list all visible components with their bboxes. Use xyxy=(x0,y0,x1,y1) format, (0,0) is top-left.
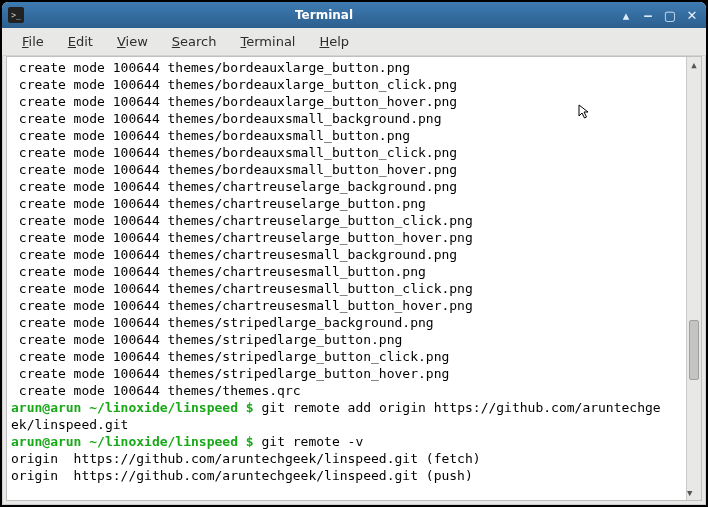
rollup-button[interactable]: ▴ xyxy=(618,7,634,23)
maximize-button[interactable]: ▢ xyxy=(662,7,678,23)
terminal-content[interactable]: create mode 100644 themes/bordeauxlarge_… xyxy=(7,57,686,500)
scrollbar[interactable]: ▲ ▼ xyxy=(686,57,701,500)
titlebar: >_ Terminal ▴ ‒ ▢ ✕ xyxy=(2,2,706,28)
window-title: Terminal xyxy=(30,8,618,22)
menu-file[interactable]: File xyxy=(12,31,54,52)
menu-search[interactable]: Search xyxy=(162,31,227,52)
menu-view[interactable]: View xyxy=(107,31,158,52)
menu-help[interactable]: Help xyxy=(309,31,359,52)
scroll-thumb[interactable] xyxy=(689,320,699,380)
menu-edit[interactable]: Edit xyxy=(58,31,103,52)
minimize-button[interactable]: ‒ xyxy=(640,7,656,23)
terminal-window: >_ Terminal ▴ ‒ ▢ ✕ File Edit View Searc… xyxy=(2,2,706,505)
close-button[interactable]: ✕ xyxy=(684,7,700,23)
scroll-track[interactable] xyxy=(687,72,701,485)
scroll-down-icon[interactable]: ▼ xyxy=(687,485,692,500)
menu-terminal[interactable]: Terminal xyxy=(231,31,306,52)
window-controls: ▴ ‒ ▢ ✕ xyxy=(618,7,700,23)
menubar: File Edit View Search Terminal Help xyxy=(2,28,706,56)
scroll-up-icon[interactable]: ▲ xyxy=(687,57,701,72)
terminal-icon: >_ xyxy=(8,7,24,23)
terminal-area: create mode 100644 themes/bordeauxlarge_… xyxy=(6,56,702,501)
